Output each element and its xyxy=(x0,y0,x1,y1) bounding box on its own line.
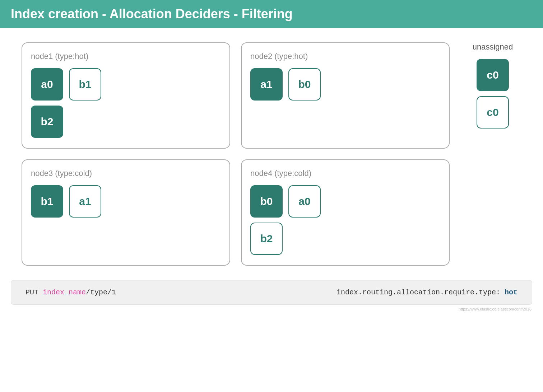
shard-a0: a0 xyxy=(31,68,63,101)
footer-setting-key: index.routing.allocation.require.type: xyxy=(337,288,500,297)
footer-bar: PUT index_name/type/1 index.routing.allo… xyxy=(11,280,532,305)
node4-row1: b0 a0 xyxy=(250,185,440,218)
footer-setting: index.routing.allocation.require.type: h… xyxy=(337,288,518,297)
shard-b1-node3: b1 xyxy=(31,185,63,218)
node1-shards: a0 b1 b2 xyxy=(31,68,221,138)
shard-a1: a1 xyxy=(250,68,283,101)
node1-row2: b2 xyxy=(31,106,221,138)
watermark: https://www.elastic.co/elasticon/conf/20… xyxy=(0,305,543,311)
node4-box: node4 (type:cold) b0 a0 b2 xyxy=(241,159,450,266)
unassigned-c0-replica: c0 xyxy=(477,96,509,129)
node1-title: node1 (type:hot) xyxy=(31,52,221,61)
page-title: Index creation - Allocation Deciders - F… xyxy=(11,6,532,22)
unassigned-panel: unassigned c0 c0 xyxy=(464,42,521,129)
node1-box: node1 (type:hot) a0 b1 b2 xyxy=(22,42,230,149)
node2-box: node2 (type:hot) a1 b0 xyxy=(241,42,450,149)
node1-row1: a0 b1 xyxy=(31,68,221,101)
node2-title: node2 (type:hot) xyxy=(250,52,440,61)
shard-b0-node4: b0 xyxy=(250,185,283,218)
footer-path: /type/1 xyxy=(86,288,116,297)
node3-box: node3 (type:cold) b1 a1 xyxy=(22,159,230,266)
shard-a0-node4: a0 xyxy=(288,185,321,218)
footer-command: PUT index_name/type/1 xyxy=(25,288,116,297)
node4-shards: b0 a0 b2 xyxy=(250,185,440,255)
page-header: Index creation - Allocation Deciders - F… xyxy=(0,0,543,28)
footer-setting-value: hot xyxy=(505,288,518,297)
unassigned-shards: c0 c0 xyxy=(477,59,509,129)
footer-put: PUT xyxy=(25,288,43,297)
node2-shards: a1 b0 xyxy=(250,68,440,101)
node4-title: node4 (type:cold) xyxy=(250,169,440,178)
node3-shards: b1 a1 xyxy=(31,185,221,218)
shard-b2-node4: b2 xyxy=(250,223,283,255)
shard-b1: b1 xyxy=(69,68,101,101)
main-content: node1 (type:hot) a0 b1 b2 node2 (type:ho… xyxy=(0,28,543,276)
shard-a1-node3: a1 xyxy=(69,185,101,218)
nodes-grid: node1 (type:hot) a0 b1 b2 node2 (type:ho… xyxy=(22,42,450,266)
node4-row2: b2 xyxy=(250,223,440,255)
node3-title: node3 (type:cold) xyxy=(31,169,221,178)
shard-b0: b0 xyxy=(288,68,321,101)
footer-index-name: index_name xyxy=(43,288,86,297)
unassigned-label: unassigned xyxy=(473,42,513,52)
shard-b2: b2 xyxy=(31,106,63,138)
unassigned-c0-primary: c0 xyxy=(477,59,509,91)
